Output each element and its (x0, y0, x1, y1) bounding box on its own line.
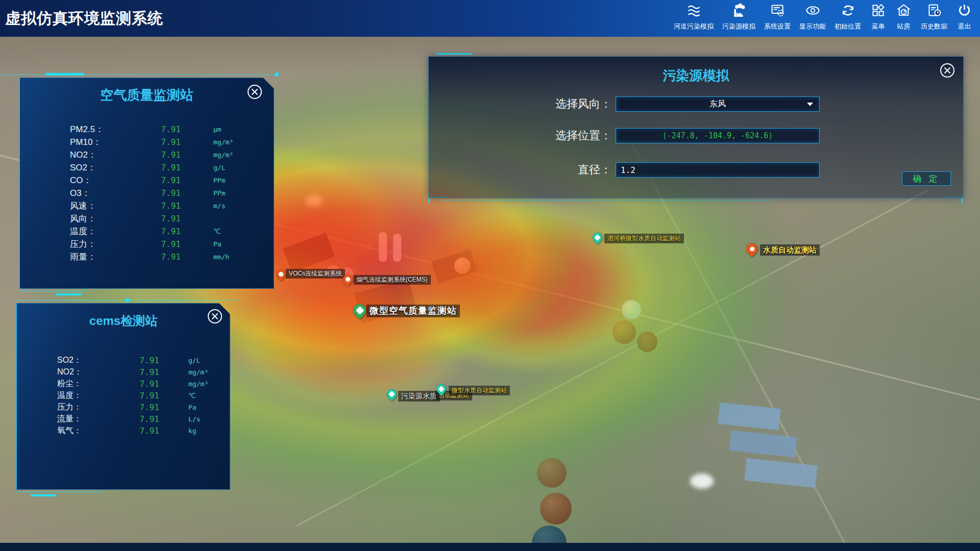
metric-label: PM10： (70, 136, 154, 148)
wind-direction-row: 选择风向： 东风 (429, 96, 820, 112)
nav-display-toggle[interactable]: 显示功能 (799, 2, 826, 31)
nav-label: 退出 (958, 22, 971, 31)
metric-value: 7.91 (154, 214, 181, 223)
river-pollution-sim-icon (685, 2, 702, 21)
metric-unit: mg/m³ (181, 151, 274, 159)
metric-value: 7.91 (154, 176, 181, 185)
station-label[interactable]: 污染源水质 (398, 391, 440, 402)
metric-row: 压力：7.91Pa (20, 238, 274, 251)
metric-unit: ℃ (159, 392, 230, 399)
station-label[interactable]: 微型水质自动监测站 (449, 386, 510, 395)
metric-value: 7.91 (134, 426, 159, 436)
water-station-pin-icon[interactable] (385, 387, 399, 401)
map-smoke (690, 473, 714, 489)
nav-station-house[interactable]: 站房 (895, 2, 912, 31)
metric-label: 氧气： (57, 425, 134, 436)
metric-label: 流量： (57, 414, 134, 424)
system-settings-icon (769, 2, 786, 21)
map-sphere-tank (622, 300, 641, 319)
map-smoke (305, 195, 323, 207)
map-cooling-tower (379, 232, 387, 262)
map-sphere-tank (612, 320, 636, 344)
metric-label: SO2： (70, 162, 154, 173)
metric-row: PM2.5：7.91μm (20, 123, 274, 136)
map-sphere-tank (537, 458, 567, 488)
nav-label: 初始位置 (835, 22, 861, 31)
display-toggle-eye-icon (804, 2, 821, 21)
diameter-row: 直径： (429, 162, 820, 178)
position-row: 选择位置： (-247.8, -104.9, -624.6) (429, 128, 820, 143)
metric-value: 7.91 (134, 367, 159, 377)
metric-unit: PPm (181, 177, 274, 184)
water-station-pin-icon[interactable] (744, 241, 760, 257)
map-cooling-tower (393, 234, 401, 262)
close-icon[interactable] (207, 309, 223, 324)
metric-row: 温度：7.91℃ (17, 390, 230, 402)
app-title: 虚拟仿真环境监测系统 (5, 8, 163, 29)
metric-label: 风速： (70, 200, 154, 212)
cems-station-panel: cems检测站 SO2：7.91g/L NO2：7.91mg/m³ 粉尘：7.9… (16, 303, 230, 490)
metric-unit: kg (159, 427, 230, 435)
sim-panel-title: 污染源模拟 (429, 67, 963, 85)
metric-label: PM2.5： (70, 123, 154, 135)
metric-unit: L/s (159, 415, 230, 423)
nav-label: 河道污染模拟 (674, 22, 714, 31)
close-icon[interactable] (247, 84, 262, 99)
metric-value: 7.91 (154, 163, 181, 172)
metric-label: 风向： (70, 213, 154, 224)
metric-row: 粉尘：7.91mg/m³ (17, 378, 230, 390)
nav-river-pollution-sim[interactable]: 河道污染模拟 (674, 2, 714, 31)
map-sphere-tank (637, 332, 657, 352)
nav-reset-position[interactable]: 初始位置 (835, 2, 861, 31)
station-label[interactable]: VOCs连续监测系统 (286, 269, 345, 279)
station-label[interactable]: 微型空气质量监测站 (366, 305, 460, 317)
nav-pollution-source-sim[interactable]: 污染源模拟 (722, 2, 755, 31)
bottom-strip (0, 543, 980, 551)
diameter-input[interactable] (616, 162, 820, 178)
metric-value: 7.91 (154, 227, 181, 236)
air-quality-panel: 空气质量监测站 PM2.5：7.91μm PM10：7.91mg/m³ NO2：… (19, 78, 274, 289)
nav-label: 菜单 (872, 22, 885, 31)
metric-value: 7.91 (134, 356, 159, 365)
nav-history-data[interactable]: 历史数据 (921, 2, 947, 31)
pollution-source-sim-panel: 污染源模拟 选择风向： 东风 选择位置： (-247.8, -104.9, -6… (428, 56, 964, 198)
nav-system-settings[interactable]: 系统设置 (764, 2, 791, 31)
metric-row: 流量：7.91L/s (17, 413, 230, 425)
metric-label: 温度： (70, 226, 154, 237)
metric-value: 7.91 (154, 239, 181, 249)
position-field[interactable]: (-247.8, -104.9, -624.6) (616, 128, 820, 143)
metric-value: 7.91 (134, 414, 159, 424)
metric-value: 7.91 (134, 379, 159, 389)
water-station-pin-icon[interactable] (591, 231, 604, 244)
pollution-source-sim-icon (730, 2, 747, 21)
metric-unit: mm/h (181, 253, 274, 261)
cems-panel-title: cems检测站 (17, 313, 230, 329)
wind-direction-select[interactable]: 东风 (616, 96, 820, 112)
map-structure (283, 233, 335, 272)
metric-row: 风向：7.91 (20, 212, 274, 225)
station-label[interactable]: 水质自动监测站 (760, 244, 820, 256)
station-label[interactable]: 泗河桥微型水质自动监测站 (604, 234, 684, 243)
metric-label: 粉尘： (57, 379, 134, 389)
metric-value: 7.91 (134, 403, 159, 412)
air-panel-title: 空气质量监测站 (20, 86, 274, 104)
close-icon[interactable] (940, 63, 955, 78)
confirm-button[interactable]: 确 定 (902, 171, 951, 186)
metric-row: O3：7.91PPm (20, 187, 274, 199)
station-label[interactable]: 烟气连续监测系统(CEMS) (354, 275, 431, 285)
wind-direction-value: 东风 (616, 99, 819, 110)
nav-menu[interactable]: 菜单 (870, 2, 887, 31)
metric-row: 温度：7.91℃ (20, 225, 274, 238)
nav-exit[interactable]: 退出 (956, 2, 973, 31)
metric-unit: g/L (159, 357, 230, 364)
app-root: 自动监测站 污染源水质 微型水质自动监测站 VOCs连续监测系统 烟气连续监测系… (0, 0, 980, 551)
metric-value: 7.91 (134, 391, 159, 400)
metric-row: 风速：7.91m/s (20, 199, 274, 212)
metric-value: 7.91 (154, 137, 181, 147)
metric-label: CO： (70, 174, 154, 186)
metric-label: O3： (70, 187, 154, 199)
map-building (744, 458, 818, 488)
metric-value: 7.91 (154, 188, 181, 198)
reset-position-icon (840, 2, 856, 21)
metric-unit: PPm (181, 189, 274, 197)
